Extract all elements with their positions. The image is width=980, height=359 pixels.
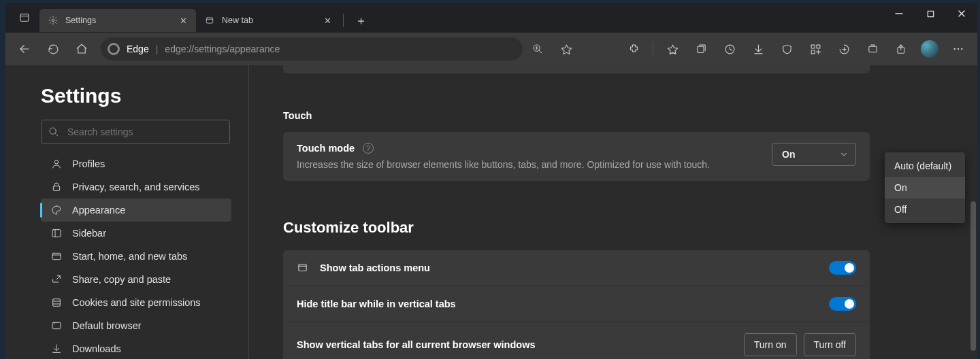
search-input[interactable] — [66, 126, 223, 138]
extensions-icon[interactable] — [620, 35, 647, 63]
sidebar-item-profiles[interactable]: Profiles — [41, 152, 231, 175]
toggle-show-tab-actions[interactable] — [829, 261, 856, 275]
download-icon — [50, 343, 63, 355]
svg-rect-22 — [816, 45, 819, 48]
sidebar-item-start-home[interactable]: Start, home, and new tabs — [41, 245, 231, 268]
svg-line-34 — [55, 133, 58, 136]
new-tab-button[interactable]: ＋ — [349, 9, 372, 32]
sidebar-item-downloads[interactable]: Downloads — [41, 337, 231, 359]
svg-rect-28 — [868, 46, 876, 52]
browser-toolbar: Edge | edge://settings/appearance — [5, 33, 977, 65]
address-bar[interactable]: Edge | edge://settings/appearance — [101, 37, 523, 61]
settings-sidebar: Settings Profiles Privacy, search, and s… — [5, 65, 249, 359]
row-hide-title-bar: Hide title bar while in vertical tabs — [283, 286, 870, 322]
dropdown-selected: On — [782, 149, 795, 160]
search-icon — [48, 126, 59, 137]
sidebar-item-privacy[interactable]: Privacy, search, and services — [41, 175, 231, 199]
svg-point-32 — [961, 48, 962, 50]
profile-avatar[interactable] — [916, 35, 943, 63]
share-icon[interactable] — [887, 35, 915, 63]
turn-off-button[interactable]: Turn off — [804, 333, 856, 356]
svg-rect-6 — [928, 11, 933, 16]
scrollbar[interactable] — [970, 201, 976, 351]
search-settings[interactable] — [41, 120, 230, 144]
svg-rect-17 — [697, 46, 703, 52]
svg-point-35 — [54, 160, 58, 164]
toggle-hide-title-bar[interactable] — [829, 297, 856, 311]
sidebar-item-appearance[interactable]: Appearance — [41, 199, 231, 222]
turn-on-button[interactable]: Turn on — [744, 333, 797, 356]
lock-icon — [50, 181, 63, 193]
row-label: Show tab actions menu — [320, 262, 430, 273]
tab-title: Settings — [65, 16, 170, 25]
touch-mode-dropdown[interactable]: On — [772, 143, 856, 166]
sidebar-item-default-browser[interactable]: Default browser — [41, 314, 231, 337]
svg-point-30 — [954, 48, 956, 50]
tab-title: New tab — [222, 16, 314, 25]
gear-icon — [48, 15, 59, 26]
touch-mode-title: Touch mode — [297, 143, 355, 154]
address-host: Edge — [127, 44, 149, 54]
svg-rect-39 — [52, 253, 61, 259]
refresh-button[interactable] — [39, 35, 67, 63]
dropdown-option-on[interactable]: On — [885, 177, 965, 199]
row-label: Hide title bar while in vertical tabs — [297, 298, 456, 309]
tab-strip: Settings ✕ New tab ✕ ＋ — [5, 3, 977, 33]
apps-icon[interactable] — [802, 35, 829, 63]
favorites-icon[interactable] — [659, 35, 686, 63]
tab-actions-icon[interactable] — [10, 5, 39, 30]
tab-settings[interactable]: Settings ✕ — [39, 9, 196, 32]
svg-marker-15 — [668, 45, 677, 54]
sidebar-item-label: Start, home, and new tabs — [72, 251, 187, 262]
dropdown-option-off[interactable]: Off — [885, 199, 965, 220]
window-maximize-button[interactable] — [915, 3, 946, 24]
help-icon[interactable]: ? — [363, 143, 374, 154]
collections-icon[interactable] — [687, 35, 715, 63]
svg-rect-3 — [206, 18, 212, 23]
svg-line-11 — [539, 50, 542, 53]
toolbar-divider — [653, 41, 653, 56]
svg-rect-36 — [53, 186, 59, 191]
sidebar-item-sidebar[interactable]: Sidebar — [41, 222, 231, 245]
touch-mode-desc: Increases the size of browser elements l… — [297, 159, 710, 170]
sidebar-item-label: Appearance — [72, 205, 125, 216]
svg-rect-23 — [811, 50, 815, 53]
favorite-add-icon[interactable] — [553, 35, 580, 63]
screenshot-icon[interactable] — [859, 35, 886, 63]
window-minimize-button[interactable] — [883, 3, 915, 24]
shield-icon[interactable] — [773, 35, 800, 63]
settings-page: Settings Profiles Privacy, search, and s… — [5, 65, 977, 359]
tab-actions-icon — [297, 262, 309, 274]
panel-icon — [50, 227, 63, 239]
sidebar-item-cookies[interactable]: Cookies and site permissions — [41, 291, 231, 314]
back-button[interactable] — [11, 35, 38, 63]
svg-point-33 — [50, 128, 56, 134]
profile-icon — [50, 158, 63, 170]
svg-rect-0 — [20, 14, 29, 22]
close-icon[interactable]: ✕ — [321, 14, 333, 27]
sidebar-item-label: Cookies and site permissions — [72, 297, 201, 308]
customize-toolbar-card: Show tab actions menu Hide title bar whi… — [283, 250, 870, 359]
home-button[interactable] — [68, 35, 95, 63]
page-title: Settings — [41, 84, 236, 107]
row-show-tab-actions: Show tab actions menu — [283, 250, 870, 286]
page-icon — [204, 15, 215, 26]
touch-card: Touch mode ? Increases the size of brows… — [283, 132, 870, 181]
share-arrow-icon — [50, 273, 63, 286]
sidebar-item-share-copy[interactable]: Share, copy and paste — [41, 268, 231, 291]
dropdown-option-auto[interactable]: Auto (default) — [885, 155, 965, 177]
downloads-icon[interactable] — [745, 35, 772, 63]
math-solver-icon[interactable] — [830, 35, 858, 63]
tab-icon — [50, 250, 63, 262]
svg-rect-21 — [811, 45, 815, 48]
close-icon[interactable]: ✕ — [177, 14, 189, 27]
tab-newtab[interactable]: New tab ✕ — [196, 9, 340, 32]
window-close-button[interactable] — [946, 3, 977, 24]
sidebar-item-label: Share, copy and paste — [72, 274, 171, 285]
previous-card-bottom — [283, 65, 870, 73]
touch-mode-dropdown-panel: Auto (default) On Off — [885, 152, 965, 223]
more-menu-icon[interactable] — [945, 35, 972, 63]
history-icon[interactable] — [716, 35, 743, 63]
zoom-icon[interactable] — [524, 35, 551, 63]
sidebar-item-label: Default browser — [72, 320, 142, 331]
